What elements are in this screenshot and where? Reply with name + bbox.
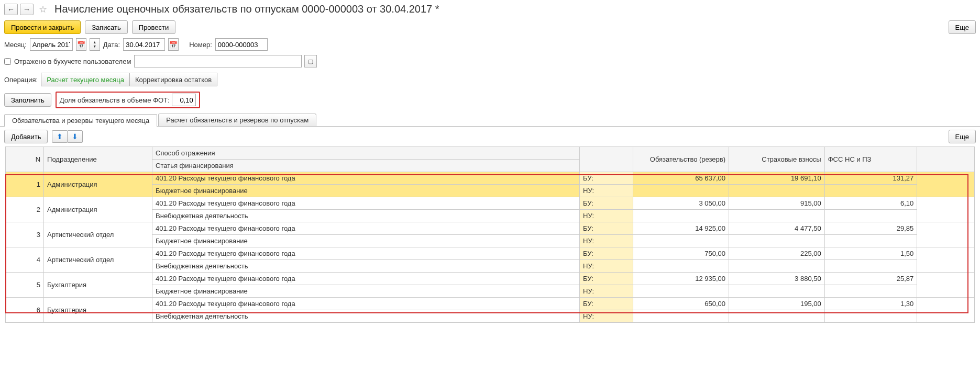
nav-back-button[interactable]: ← bbox=[4, 4, 18, 15]
tab-calculation[interactable]: Расчет обязательств и резервов по отпуск… bbox=[158, 114, 316, 126]
more-button[interactable]: Еще bbox=[949, 20, 976, 34]
cell-fss-nu bbox=[824, 310, 917, 323]
cell-nu: НУ: bbox=[580, 185, 633, 197]
date-calendar-icon[interactable]: 📅 bbox=[168, 38, 179, 51]
cell-ins-nu bbox=[729, 185, 825, 197]
cell-bu: БУ: bbox=[580, 172, 633, 185]
post-close-button[interactable]: Провести и закрыть bbox=[4, 20, 81, 34]
cell-nu: НУ: bbox=[580, 210, 633, 222]
cell-finance: Бюджетное финансирование bbox=[152, 235, 580, 247]
cell-fss: 131,27 bbox=[824, 172, 917, 185]
cell-finance: Бюджетное финансирование bbox=[152, 185, 580, 197]
cell-bu: БУ: bbox=[580, 247, 633, 260]
cell-method: 401.20 Расходы текущего финансового года bbox=[152, 298, 580, 310]
table-row[interactable]: 2 Администрация 401.20 Расходы текущего … bbox=[6, 197, 975, 210]
col-insurance: Страховые взносы bbox=[729, 147, 825, 172]
cell-n: 6 bbox=[6, 298, 44, 323]
cell-ins: 3 880,50 bbox=[729, 273, 825, 285]
table-row[interactable]: 5 Бухгалтерия 401.20 Расходы текущего фи… bbox=[6, 273, 975, 285]
cell-ins: 915,00 bbox=[729, 197, 825, 210]
month-label: Месяц: bbox=[4, 41, 27, 49]
cell-finance: Внебюджетная деятельность bbox=[152, 310, 580, 323]
reflected-checkbox[interactable] bbox=[4, 58, 11, 65]
cell-n: 3 bbox=[6, 222, 44, 247]
save-button[interactable]: Записать bbox=[85, 20, 128, 34]
cell-finance: Внебюджетная деятельность bbox=[152, 210, 580, 222]
cell-nu: НУ: bbox=[580, 235, 633, 247]
cell-ins-nu bbox=[729, 260, 825, 273]
add-button[interactable]: Добавить bbox=[4, 130, 48, 143]
cell-bu: БУ: bbox=[580, 222, 633, 235]
cell-bu: БУ: bbox=[580, 197, 633, 210]
cell-liab-nu bbox=[633, 260, 729, 273]
share-input[interactable] bbox=[172, 94, 196, 106]
op-current-month-button[interactable]: Расчет текущего месяца bbox=[41, 73, 130, 86]
cell-fss-nu bbox=[824, 210, 917, 222]
number-input[interactable] bbox=[215, 38, 268, 51]
cell-pad bbox=[917, 172, 975, 197]
move-down-button[interactable]: ⬇ bbox=[67, 130, 83, 143]
cell-pad bbox=[917, 247, 975, 273]
cell-pad bbox=[917, 222, 975, 247]
table-row[interactable]: 1 Администрация 401.20 Расходы текущего … bbox=[6, 172, 975, 185]
cell-ins: 225,00 bbox=[729, 247, 825, 260]
cell-finance: Внебюджетная деятельность bbox=[152, 260, 580, 273]
col-finance-source: Статья финансирования bbox=[152, 160, 580, 172]
cell-fss: 1,30 bbox=[824, 298, 917, 310]
cell-ins: 19 691,10 bbox=[729, 172, 825, 185]
cell-pad bbox=[917, 273, 975, 298]
share-label: Доля обязательств в объеме ФОТ: bbox=[60, 96, 170, 104]
table-row[interactable]: 3 Артистический отдел 401.20 Расходы тек… bbox=[6, 222, 975, 235]
liabilities-table: N Подразделение Способ отражения Обязате… bbox=[5, 146, 975, 323]
cell-n: 1 bbox=[6, 172, 44, 197]
cell-fss-nu bbox=[824, 285, 917, 298]
tab-more-button[interactable]: Еще bbox=[949, 130, 976, 143]
nav-forward-button[interactable]: → bbox=[20, 4, 34, 15]
table-row[interactable]: 4 Артистический отдел 401.20 Расходы тек… bbox=[6, 247, 975, 260]
favorite-icon[interactable]: ☆ bbox=[37, 4, 49, 15]
cell-nu: НУ: bbox=[580, 310, 633, 323]
cell-pad bbox=[917, 298, 975, 323]
cell-fss-nu bbox=[824, 235, 917, 247]
open-link-icon[interactable]: ▢ bbox=[304, 55, 317, 67]
month-spinner[interactable]: ▲▼ bbox=[90, 38, 100, 51]
cell-dep: Администрация bbox=[44, 197, 152, 222]
col-type bbox=[580, 147, 633, 172]
cell-liab: 750,00 bbox=[633, 247, 729, 260]
table-row[interactable]: 6 Бухгалтерия 401.20 Расходы текущего фи… bbox=[6, 298, 975, 310]
page-title: Начисление оценочных обязательств по отп… bbox=[54, 3, 439, 15]
cell-liab: 3 050,00 bbox=[633, 197, 729, 210]
cell-fss: 6,10 bbox=[824, 197, 917, 210]
cell-liab-nu bbox=[633, 210, 729, 222]
cell-liab-nu bbox=[633, 310, 729, 323]
cell-method: 401.20 Расходы текущего финансового года bbox=[152, 172, 580, 185]
cell-bu: БУ: bbox=[580, 273, 633, 285]
cell-dep: Бухгалтерия bbox=[44, 298, 152, 323]
cell-pad bbox=[917, 197, 975, 222]
col-scroll bbox=[917, 147, 975, 172]
calendar-icon[interactable]: 📅 bbox=[76, 38, 86, 51]
post-button[interactable]: Провести bbox=[132, 20, 176, 34]
operation-label: Операция: bbox=[4, 76, 38, 84]
cell-ins-nu bbox=[729, 235, 825, 247]
move-up-button[interactable]: ⬆ bbox=[52, 130, 68, 143]
cell-n: 5 bbox=[6, 273, 44, 298]
cell-ins-nu bbox=[729, 210, 825, 222]
cell-dep: Артистический отдел bbox=[44, 222, 152, 247]
date-label: Дата: bbox=[103, 41, 120, 49]
date-input[interactable] bbox=[123, 38, 165, 51]
cell-method: 401.20 Расходы текущего финансового года bbox=[152, 273, 580, 285]
month-input[interactable] bbox=[30, 38, 73, 51]
fill-button[interactable]: Заполнить bbox=[4, 93, 51, 107]
op-correction-button[interactable]: Корректировка остатков bbox=[129, 73, 217, 86]
user-input[interactable] bbox=[134, 55, 302, 67]
col-method: Способ отражения bbox=[152, 147, 580, 160]
tab-current-liabilities[interactable]: Обязательства и резервы текущего месяца bbox=[4, 114, 157, 127]
cell-liab-nu bbox=[633, 285, 729, 298]
cell-ins-nu bbox=[729, 285, 825, 298]
cell-ins: 4 477,50 bbox=[729, 222, 825, 235]
cell-fss-nu bbox=[824, 185, 917, 197]
cell-dep: Администрация bbox=[44, 172, 152, 197]
cell-ins-nu bbox=[729, 310, 825, 323]
cell-ins: 195,00 bbox=[729, 298, 825, 310]
